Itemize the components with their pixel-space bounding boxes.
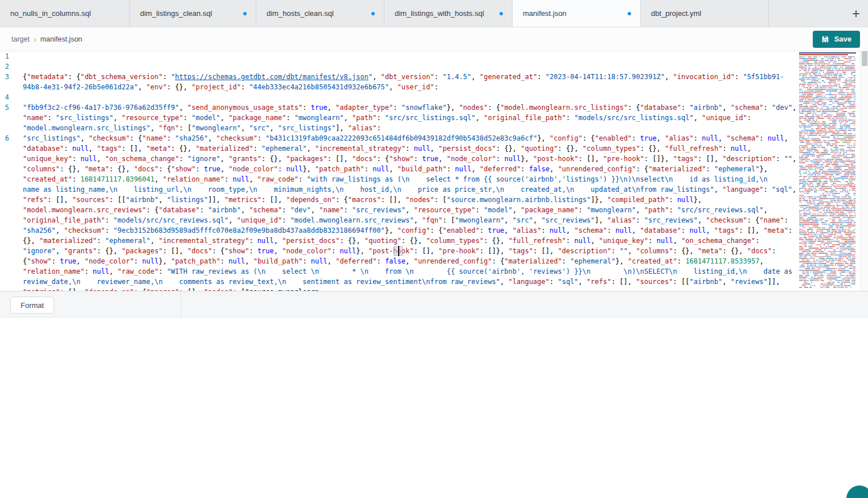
line-number: 4 (0, 92, 23, 102)
line-text (23, 51, 797, 61)
code-line[interactable]: 5"fbb9f3c2-cf96-4a17-b736-976a62d35ff9",… (0, 102, 797, 133)
code-line[interactable]: 2 (0, 61, 797, 72)
bottom-action-bar: Format (0, 291, 868, 318)
tab-label: dim_hosts_clean.sql (267, 9, 334, 18)
tab-manifest-json[interactable]: manifest.json (513, 0, 641, 27)
tab-label: no_nulls_in_columns.sql (10, 9, 91, 18)
format-button[interactable]: Format (10, 297, 54, 314)
panel-divider (181, 291, 181, 317)
new-tab-button[interactable]: + (852, 7, 860, 20)
tab-label: manifest.json (523, 9, 567, 18)
modified-indicator-icon (499, 12, 503, 15)
chevron-right-icon: › (34, 35, 36, 44)
save-button[interactable]: Save (813, 31, 860, 48)
code-line[interactable]: 1 (0, 51, 797, 61)
scrollbar-thumb[interactable] (862, 51, 867, 66)
tab-label: dbt_project.yml (651, 9, 701, 18)
modified-indicator-icon (243, 12, 247, 15)
tab-dim-listings-clean-sql[interactable]: dim_listings_clean.sql (130, 0, 256, 27)
line-text: "src_listings", "checksum": {"name": "sh… (23, 133, 797, 291)
code-line[interactable]: 4 (0, 92, 797, 102)
tab-dim-hosts-clean-sql[interactable]: dim_hosts_clean.sql (256, 0, 384, 27)
vertical-scrollbar[interactable] (860, 51, 868, 291)
code-editor: 123{"metadata": {"dbt_schema_version": "… (0, 51, 868, 291)
breadcrumb-folder[interactable]: target (11, 35, 30, 43)
tab-no-nulls-in-columns-sql[interactable]: no_nulls_in_columns.sql (0, 0, 130, 27)
line-text: "fbb9f3c2-cf96-4a17-b736-976a62d35ff9", … (23, 102, 797, 133)
tab-dbt-project-yml[interactable]: dbt_project.yml (641, 0, 769, 27)
line-number: 6 (0, 133, 23, 143)
line-number: 2 (0, 61, 23, 72)
tab-bar: no_nulls_in_columns.sqldim_listings_clea… (0, 0, 868, 27)
save-button-label: Save (834, 35, 851, 43)
tab-filler: + (769, 0, 868, 27)
modified-indicator-icon (371, 12, 375, 15)
results-panel (0, 318, 868, 498)
code-line[interactable]: 3{"metadata": {"dbt_schema_version": "ht… (0, 72, 797, 92)
minimap[interactable] (797, 51, 860, 291)
floppy-disk-icon (821, 35, 829, 43)
code-line[interactable]: 6"src_listings", "checksum": {"name": "s… (0, 133, 797, 291)
editor-toolbar: target › manifest.json Save (0, 27, 868, 51)
breadcrumb: target › manifest.json (11, 35, 82, 44)
line-text (23, 92, 797, 102)
line-text: {"metadata": {"dbt_schema_version": "htt… (23, 72, 797, 92)
line-text (23, 61, 797, 72)
line-number: 1 (0, 51, 23, 61)
modified-indicator-icon (628, 12, 631, 15)
tab-dim-listings-with-hosts-sql[interactable]: dim_listings_with_hosts.sql (384, 0, 513, 27)
text-caret (398, 246, 399, 256)
tab-label: dim_listings_with_hosts.sql (395, 9, 484, 18)
tab-label: dim_listings_clean.sql (140, 9, 212, 18)
breadcrumb-file[interactable]: manifest.json (40, 35, 83, 43)
line-number: 3 (0, 72, 23, 82)
line-number: 5 (0, 102, 23, 113)
